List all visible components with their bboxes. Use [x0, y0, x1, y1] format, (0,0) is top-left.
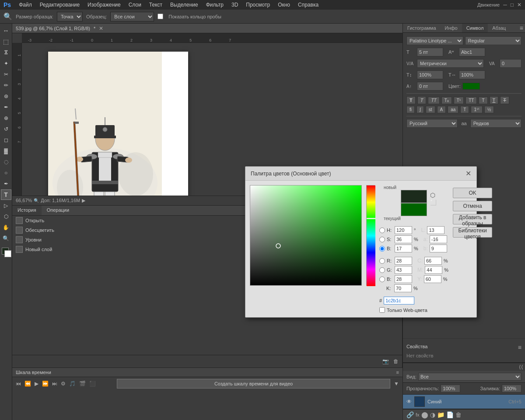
- r-input[interactable]: [395, 257, 412, 265]
- web-only-label: Только Web-цвета: [387, 308, 427, 313]
- color-fields-hsb: H: ° L: S: % a:: [379, 226, 448, 252]
- y-input[interactable]: [424, 275, 441, 283]
- current-label: текущий: [384, 216, 401, 221]
- cancel-btn[interactable]: Отмена: [453, 201, 492, 211]
- m-unit: %: [444, 267, 448, 273]
- rb-radio[interactable]: [379, 276, 385, 282]
- new-label: новый: [384, 185, 396, 190]
- b-input[interactable]: [395, 245, 412, 252]
- g-field-row: G: M: %: [379, 266, 448, 274]
- rb-field-row: B: Y: %: [379, 275, 448, 283]
- k-field-row: K: %: [379, 284, 448, 292]
- b-field-row: B: % b:: [379, 245, 448, 252]
- y-label: Y:: [417, 276, 422, 282]
- c-label: C:: [417, 258, 423, 264]
- 3d-cube-icon: ⬡: [430, 192, 437, 199]
- h-radio[interactable]: [379, 228, 385, 233]
- a-label: a:: [424, 236, 428, 242]
- color-preview: новый ⬡ ⬜ текущий: [379, 185, 448, 221]
- k-label: K:: [386, 286, 392, 291]
- r-radio[interactable]: [379, 258, 385, 264]
- g-input[interactable]: [395, 266, 412, 274]
- svg-rect-34: [367, 218, 375, 219]
- dialog-buttons: OK Отмена Добавить в образцы Библиотеки …: [453, 185, 492, 313]
- s-unit: %: [414, 237, 418, 242]
- s-input[interactable]: [395, 235, 412, 243]
- dialog-close-btn[interactable]: ✕: [466, 169, 471, 178]
- web-only-checkbox[interactable]: [379, 307, 385, 313]
- r-label: R:: [387, 258, 393, 263]
- dialog-title-text: Палитра цветов (Основной цвет): [251, 171, 331, 177]
- k-input[interactable]: [394, 284, 412, 292]
- 2d-square-icon: ⬜: [430, 200, 437, 206]
- b-radio[interactable]: [379, 246, 385, 252]
- b-unit: %: [414, 246, 418, 251]
- color-field-container: [250, 185, 362, 286]
- color-picker-overlay: Палитра цветов (Основной цвет) ✕: [0, 0, 525, 420]
- b-label: B:: [387, 246, 393, 251]
- blab-input[interactable]: [430, 245, 447, 252]
- svg-rect-31: [250, 186, 362, 286]
- h-unit: °: [414, 228, 416, 233]
- color-fields-rgb: R: C: % G: M: %: [379, 257, 448, 292]
- color-picker-dialog: Палитра цветов (Основной цвет) ✕: [245, 166, 477, 318]
- l-input[interactable]: [427, 226, 444, 234]
- rb-input[interactable]: [395, 275, 412, 283]
- dialog-body: новый ⬡ ⬜ текущий H:: [245, 181, 476, 317]
- current-color-swatch: [401, 203, 427, 216]
- s-label: S:: [387, 237, 393, 242]
- color-saturation-field[interactable]: [250, 185, 362, 286]
- k-unit: %: [413, 286, 418, 291]
- add-to-swatches-btn[interactable]: Добавить в образцы: [453, 214, 492, 224]
- color-libraries-btn[interactable]: Библиотеки цветов: [453, 227, 492, 238]
- h-label: H:: [387, 228, 393, 233]
- c-unit: %: [444, 258, 448, 263]
- a-input[interactable]: [430, 235, 447, 243]
- m-input[interactable]: [425, 266, 442, 274]
- g-label: G:: [387, 267, 393, 273]
- s-radio[interactable]: [379, 237, 385, 242]
- web-only-row: Только Web-цвета: [379, 307, 448, 313]
- g-radio[interactable]: [379, 267, 385, 273]
- h-field-row: H: ° L:: [379, 226, 448, 234]
- r-field-row: R: C: %: [379, 257, 448, 265]
- hex-row: #: [379, 297, 448, 304]
- c-input[interactable]: [424, 257, 442, 265]
- hue-slider[interactable]: [366, 185, 375, 286]
- blab-label: b:: [424, 245, 428, 252]
- color-field-gradient: [250, 186, 362, 286]
- y-unit: %: [443, 276, 448, 282]
- ok-btn[interactable]: OK: [453, 188, 492, 198]
- dialog-title: Палитра цветов (Основной цвет) ✕: [245, 167, 476, 181]
- hex-input[interactable]: [384, 297, 414, 304]
- rb-label: B:: [387, 276, 393, 282]
- l-label: L:: [421, 227, 425, 233]
- new-color-swatch: [401, 190, 427, 203]
- h-input[interactable]: [395, 226, 412, 234]
- hue-gradient: [367, 186, 375, 286]
- color-info: новый ⬡ ⬜ текущий H:: [379, 185, 448, 313]
- m-label: M:: [417, 267, 423, 273]
- hex-label: #: [379, 298, 382, 303]
- s-field-row: S: % a:: [379, 235, 448, 243]
- svg-rect-33: [367, 186, 375, 286]
